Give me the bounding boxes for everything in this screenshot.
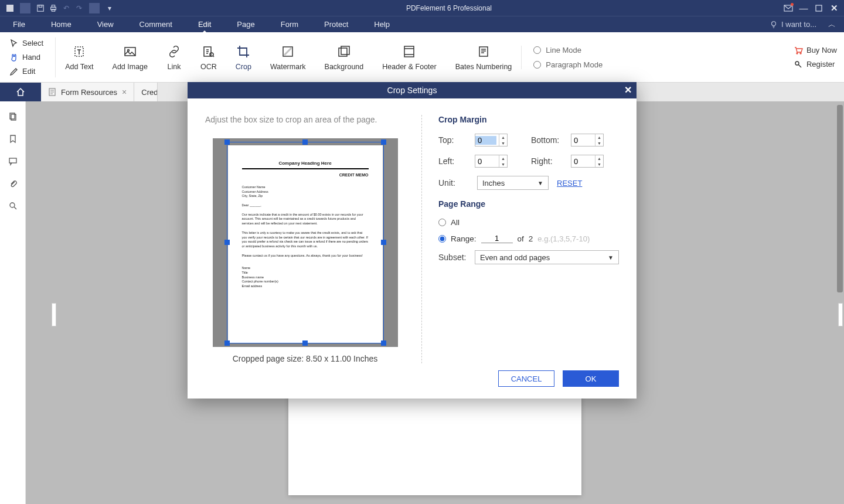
crop-handle-nw[interactable] xyxy=(224,139,230,145)
tab-second[interactable]: Cred xyxy=(134,83,158,101)
maximize-icon[interactable] xyxy=(814,3,824,13)
line-mode-radio[interactable] xyxy=(533,46,541,54)
mail-icon[interactable] xyxy=(783,3,794,13)
svg-rect-2 xyxy=(39,5,42,7)
menu-view[interactable]: View xyxy=(84,16,127,33)
paragraph-mode-radio[interactable] xyxy=(533,61,541,69)
subset-select[interactable]: Even and odd pages▼ xyxy=(475,250,619,264)
crop-handle-sw[interactable] xyxy=(224,340,230,346)
left-input[interactable] xyxy=(475,157,496,166)
comments-icon[interactable] xyxy=(7,155,19,167)
tool-crop[interactable]: Crop xyxy=(226,44,261,71)
crop-handle-w[interactable] xyxy=(224,240,230,245)
crop-handle-e[interactable] xyxy=(381,240,386,245)
i-want-to[interactable]: I want to... xyxy=(770,20,828,29)
menu-home[interactable]: Home xyxy=(38,16,84,33)
tool-select[interactable]: Select xyxy=(7,38,46,49)
range-all-radio[interactable] xyxy=(438,219,446,226)
svg-rect-4 xyxy=(52,5,55,7)
tool-ocr[interactable]: OCR xyxy=(191,44,226,71)
bottom-input-box[interactable]: ▲▼ xyxy=(571,134,604,147)
right-input-box[interactable]: ▲▼ xyxy=(571,155,604,168)
crop-handle-se[interactable] xyxy=(381,340,386,346)
crop-preview[interactable]: Company Heading Here CREDIT MEMO Custome… xyxy=(213,138,398,347)
tool-label: Watermark xyxy=(270,63,306,71)
minimize-icon[interactable]: — xyxy=(798,3,809,13)
print-icon[interactable] xyxy=(48,3,59,13)
tool-hand[interactable]: Hand xyxy=(7,52,46,63)
buy-now-button[interactable]: Buy Now xyxy=(794,46,837,55)
tool-bates[interactable]: Bates Numbering xyxy=(446,44,522,71)
tool-add-image[interactable]: Add Image xyxy=(103,44,157,71)
tool-add-text[interactable]: Add Text xyxy=(56,44,103,71)
expand-right-handle[interactable] xyxy=(838,303,843,326)
tool-background[interactable]: Background xyxy=(315,44,373,71)
menu-protect[interactable]: Protect xyxy=(311,16,361,33)
top-input[interactable] xyxy=(475,136,496,145)
collapse-ribbon-icon[interactable]: ︿ xyxy=(828,19,844,30)
i-want-to-label: I want to... xyxy=(781,20,816,29)
mode-paragraph[interactable]: Paragraph Mode xyxy=(533,60,603,69)
spin-up-icon[interactable]: ▲ xyxy=(499,155,507,161)
spin-up-icon[interactable]: ▲ xyxy=(595,134,603,140)
right-input[interactable] xyxy=(571,157,593,166)
bookmarks-icon[interactable] xyxy=(7,133,19,145)
reset-link[interactable]: RESET xyxy=(557,179,582,188)
menu-page[interactable]: Page xyxy=(224,16,267,33)
cart-icon xyxy=(794,46,803,55)
search-icon[interactable] xyxy=(7,200,19,212)
tool-label: Crop xyxy=(236,63,251,71)
menu-help[interactable]: Help xyxy=(361,16,403,33)
range-custom-radio[interactable] xyxy=(438,235,446,243)
close-icon[interactable]: ✕ xyxy=(829,3,839,13)
spin-down-icon[interactable]: ▼ xyxy=(499,140,507,146)
tool-link[interactable]: Link xyxy=(157,44,191,71)
crop-settings-dialog: Crop Settings ✕ Adjust the box size to c… xyxy=(188,82,637,399)
top-label: Top: xyxy=(438,135,469,145)
tab-form-resources[interactable]: Form Resources × xyxy=(41,83,134,101)
spin-down-icon[interactable]: ▼ xyxy=(595,140,603,146)
home-tab-button[interactable] xyxy=(0,83,41,101)
spin-up-icon[interactable]: ▲ xyxy=(595,155,603,161)
left-input-box[interactable]: ▲▼ xyxy=(475,155,508,168)
subset-label: Subset: xyxy=(438,253,469,262)
tool-header-footer[interactable]: Header & Footer xyxy=(373,44,445,71)
spin-down-icon[interactable]: ▼ xyxy=(595,161,603,167)
mode-line[interactable]: Line Mode xyxy=(533,46,603,55)
crop-handle-ne[interactable] xyxy=(381,139,386,145)
top-input-box[interactable]: ▲▼ xyxy=(475,134,508,147)
crop-handle-n[interactable] xyxy=(302,139,308,145)
tool-watermark[interactable]: Watermark xyxy=(261,44,315,71)
undo-icon[interactable]: ↶ xyxy=(61,3,72,13)
crop-selection-box[interactable] xyxy=(227,142,384,343)
ok-button[interactable]: OK xyxy=(563,370,619,387)
vertical-scrollbar[interactable] xyxy=(837,105,843,292)
attachments-icon[interactable] xyxy=(7,178,19,189)
dialog-titlebar: Crop Settings ✕ xyxy=(188,82,637,98)
redo-icon[interactable]: ↷ xyxy=(74,3,84,13)
register-label: Register xyxy=(806,60,835,69)
thumbnails-icon[interactable] xyxy=(7,111,19,122)
range-input[interactable] xyxy=(481,234,513,243)
unit-select[interactable]: Inches▼ xyxy=(477,176,549,190)
range-custom-row[interactable]: Range: of 2 e.g.(1,3,5,7-10) xyxy=(438,234,619,243)
menu-form[interactable]: Form xyxy=(268,16,311,33)
menu-file[interactable]: File xyxy=(0,16,38,33)
save-icon[interactable] xyxy=(35,3,46,13)
register-button[interactable]: Register xyxy=(794,60,835,69)
menu-edit[interactable]: Edit xyxy=(185,16,224,33)
cancel-button[interactable]: CANCEL xyxy=(498,370,554,387)
spin-down-icon[interactable]: ▼ xyxy=(499,161,507,167)
crop-handle-s[interactable] xyxy=(302,340,308,346)
qat-dropdown-icon[interactable]: ▾ xyxy=(104,3,115,13)
expand-left-handle[interactable] xyxy=(52,303,56,326)
spin-up-icon[interactable]: ▲ xyxy=(499,134,507,140)
tool-edit[interactable]: Edit xyxy=(7,66,46,77)
menu-comment[interactable]: Comment xyxy=(127,16,185,33)
dialog-close-icon[interactable]: ✕ xyxy=(624,84,632,96)
bottom-input[interactable] xyxy=(571,136,593,145)
svg-point-20 xyxy=(800,53,801,54)
svg-point-8 xyxy=(772,21,776,25)
tab-close-icon[interactable]: × xyxy=(122,87,127,97)
range-all-row[interactable]: All xyxy=(438,218,619,227)
